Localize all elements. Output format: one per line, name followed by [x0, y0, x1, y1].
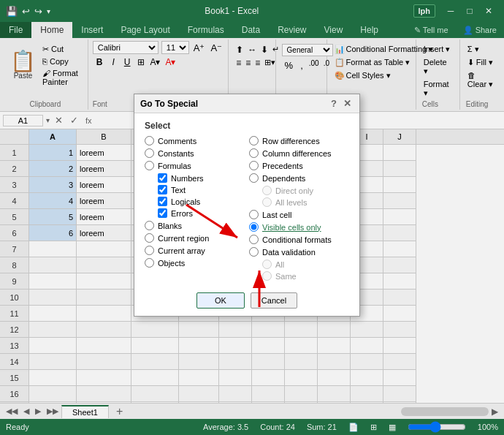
option-same[interactable]: Same [262, 271, 349, 281]
option-direct-only[interactable]: Direct only [262, 186, 349, 195]
option-current-region[interactable]: Current region [145, 233, 245, 243]
option-formulas[interactable]: Formulas [145, 161, 245, 170]
dialog-overlay: Go To Special ? ✕ Select Comments Consta… [0, 0, 504, 435]
option-logicals[interactable]: Logicals [158, 197, 245, 206]
option-all[interactable]: All [262, 260, 349, 269]
left-options: Comments Constants Formulas Numbers Tex [145, 136, 245, 281]
dialog-options-columns: Comments Constants Formulas Numbers Tex [145, 136, 349, 281]
option-text[interactable]: Text [158, 185, 245, 194]
right-options: Row differences Column differences Prece… [249, 136, 349, 281]
option-current-array[interactable]: Current array [145, 246, 245, 255]
dialog-section-label: Select [145, 121, 349, 131]
dependents-sub: Direct only All levels [262, 186, 349, 207]
option-conditional-formats[interactable]: Conditional formats [249, 235, 349, 244]
dialog-question-mark: ? [331, 98, 337, 109]
option-errors[interactable]: Errors [158, 208, 245, 218]
option-blanks[interactable]: Blanks [145, 221, 245, 230]
dialog-footer: OK Cancel [134, 287, 359, 316]
option-constants[interactable]: Constants [145, 148, 245, 158]
cancel-button[interactable]: Cancel [251, 292, 297, 309]
option-numbers[interactable]: Numbers [158, 173, 245, 183]
dialog-body: Select Comments Constants Formulas [134, 113, 359, 284]
option-last-cell[interactable]: Last cell [249, 210, 349, 219]
dialog-close-button[interactable]: ✕ [341, 98, 354, 109]
option-precedents[interactable]: Precedents [249, 161, 349, 170]
dialog-title-bar[interactable]: Go To Special ? ✕ [134, 94, 359, 113]
ok-button[interactable]: OK [196, 292, 245, 309]
option-comments[interactable]: Comments [145, 136, 245, 145]
option-visible-cells-only[interactable]: Visible cells only [249, 222, 349, 232]
dialog-title-text: Go To Special [140, 99, 198, 109]
option-dependents[interactable]: Dependents [249, 173, 349, 183]
go-to-special-dialog: Go To Special ? ✕ Select Comments Consta… [134, 94, 360, 317]
formulas-sub: Numbers Text Logicals Errors [158, 173, 245, 218]
option-data-validation[interactable]: Data validation [249, 247, 349, 257]
option-all-levels[interactable]: All levels [262, 197, 349, 207]
option-row-differences[interactable]: Row differences [249, 136, 349, 145]
option-column-differences[interactable]: Column differences [249, 148, 349, 158]
option-objects[interactable]: Objects [145, 258, 245, 268]
validation-sub: All Same [262, 260, 349, 281]
